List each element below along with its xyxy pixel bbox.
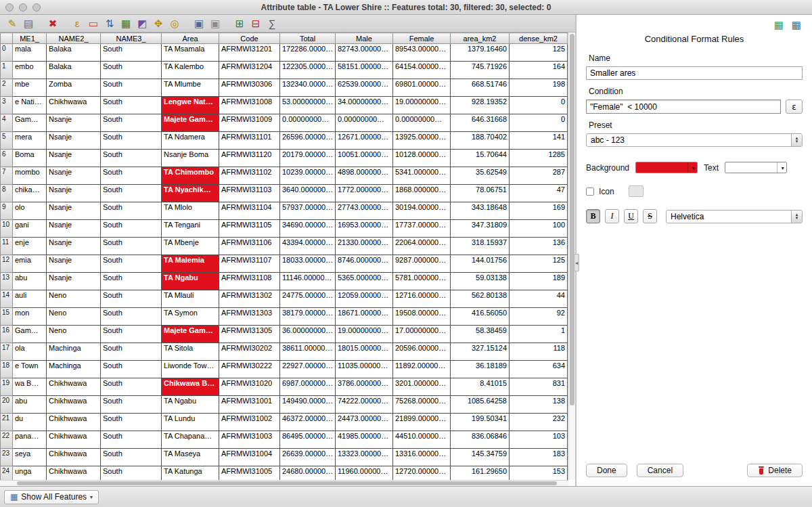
row-number[interactable]: 3 <box>1 97 13 114</box>
cell[interactable]: 18015.00000… <box>336 343 393 361</box>
delete-button[interactable]: Delete <box>747 464 803 477</box>
cell[interactable]: AFRMWI30202 <box>219 343 280 361</box>
cell[interactable]: 136 <box>510 238 568 255</box>
cell[interactable]: 19.00000000… <box>393 97 451 114</box>
cell[interactable]: 1868.000000… <box>393 185 451 202</box>
background-color-button[interactable]: ▼ <box>635 162 698 173</box>
cell[interactable]: South <box>101 431 162 449</box>
cell[interactable]: 26639.00000… <box>280 449 336 466</box>
field-calculator-icon[interactable]: ∑ <box>264 16 280 31</box>
done-button[interactable]: Done <box>586 464 627 477</box>
cell[interactable]: South <box>101 361 162 378</box>
row-number[interactable]: 21 <box>1 414 13 431</box>
cell[interactable]: 58151.00000… <box>336 62 393 79</box>
preset-select[interactable]: abc - 123 ▲▼ <box>586 133 803 147</box>
cell[interactable]: AFRMWI31106 <box>219 238 280 255</box>
row-number[interactable]: 17 <box>1 343 13 361</box>
cell[interactable]: South <box>101 150 162 167</box>
conditional-format-toggle-icon[interactable]: ▦ <box>792 19 801 31</box>
cell[interactable]: abu <box>13 396 47 414</box>
cell[interactable]: Neno <box>47 308 101 326</box>
cell[interactable]: 232 <box>510 414 568 431</box>
row-number[interactable]: 20 <box>1 396 13 414</box>
cell[interactable]: Chikhwawa <box>47 378 101 396</box>
cell[interactable]: 1085.64258 <box>451 396 510 414</box>
cell[interactable]: auli <box>13 290 47 308</box>
cell[interactable]: wa B… <box>13 378 47 396</box>
cell[interactable]: 188.70402 <box>451 132 510 150</box>
column-header-area-km2[interactable]: area_km2 <box>451 33 510 44</box>
cell[interactable]: 21899.00000… <box>393 414 451 431</box>
cell[interactable]: 125 <box>510 44 568 62</box>
cell[interactable]: 11892.00000… <box>393 361 451 378</box>
cell[interactable]: olo <box>13 202 47 220</box>
cell[interactable]: South <box>101 326 162 343</box>
expression-builder-button[interactable]: ε <box>786 100 803 114</box>
row-header-corner[interactable] <box>1 33 13 44</box>
cell[interactable]: Nsanje <box>47 220 101 238</box>
cell[interactable]: 82743.00000… <box>336 44 393 62</box>
cell[interactable]: South <box>101 308 162 326</box>
cell[interactable]: South <box>101 202 162 220</box>
cell[interactable]: 198 <box>510 79 568 97</box>
cell[interactable]: 38611.00000… <box>280 343 336 361</box>
horizontal-scrollbar-thumb[interactable] <box>17 481 557 485</box>
cell[interactable]: 199.50341 <box>451 414 510 431</box>
cell[interactable]: 86495.00000… <box>280 431 336 449</box>
cell[interactable]: 6987.000000… <box>280 378 336 396</box>
row-number[interactable]: 0 <box>1 44 13 62</box>
cell[interactable]: TA Symon <box>162 308 219 326</box>
cell[interactable]: 0.00000000… <box>336 114 393 132</box>
cell[interactable]: chika… <box>13 185 47 202</box>
cell[interactable]: Nsanje <box>47 167 101 185</box>
move-selection-to-top-icon[interactable]: ⇅ <box>102 16 118 31</box>
row-number[interactable]: 5 <box>1 132 13 150</box>
cell[interactable]: Nsanje <box>47 238 101 255</box>
cell[interactable]: Nsanje <box>47 185 101 202</box>
cell[interactable]: 36.18189 <box>451 361 510 378</box>
cell[interactable]: TA Mlauli <box>162 290 219 308</box>
cell[interactable]: 64154.00000… <box>393 62 451 79</box>
cell[interactable]: 145.34759 <box>451 449 510 466</box>
cell[interactable]: 12059.00000… <box>336 290 393 308</box>
cell[interactable]: 8746.000000… <box>336 255 393 273</box>
cell[interactable]: Zomba <box>47 79 101 97</box>
cell[interactable]: Majete Gam… <box>162 326 219 343</box>
cell[interactable]: 34.00000000… <box>336 97 393 114</box>
cell[interactable]: Neno <box>47 326 101 343</box>
cell[interactable]: 21330.00000… <box>336 238 393 255</box>
save-edits-icon[interactable]: ▤ <box>20 16 37 31</box>
cell[interactable]: 928.19352 <box>451 97 510 114</box>
cell[interactable]: mbe <box>13 79 47 97</box>
cell[interactable]: 3640.000000… <box>280 185 336 202</box>
cell[interactable]: 20179.00000… <box>280 150 336 167</box>
cell[interactable]: Majete Gam… <box>162 114 219 132</box>
cell[interactable]: 11146.00000… <box>280 273 336 290</box>
cell[interactable]: Chikhwawa <box>47 97 101 114</box>
paste-features-icon[interactable]: ▣ <box>207 16 223 31</box>
cell[interactable]: 831 <box>510 378 568 396</box>
cell[interactable]: AFRMWI31105 <box>219 220 280 238</box>
cell[interactable]: 11035.00000… <box>336 361 393 378</box>
cell[interactable]: 4898.000000… <box>336 167 393 185</box>
condition-input[interactable] <box>586 100 781 114</box>
cell[interactable]: AFRMWI31101 <box>219 132 280 150</box>
cell[interactable]: Nsanje <box>47 273 101 290</box>
row-number[interactable]: 10 <box>1 220 13 238</box>
cell[interactable]: 19508.00000… <box>393 308 451 326</box>
cell[interactable]: South <box>101 396 162 414</box>
cell[interactable]: 668.51746 <box>451 79 510 97</box>
cell[interactable]: 0.00000000… <box>280 114 336 132</box>
cell[interactable]: Boma <box>13 150 47 167</box>
cell[interactable]: Gam… <box>13 114 47 132</box>
select-by-expression-icon[interactable]: ε <box>69 16 85 31</box>
cell[interactable]: 10128.00000… <box>393 150 451 167</box>
cell[interactable]: Nsanje <box>47 255 101 273</box>
font-select[interactable]: Helvetica ▲▼ <box>666 210 803 223</box>
cell[interactable]: South <box>101 44 162 62</box>
cell[interactable]: TA Maseya <box>162 449 219 466</box>
cell[interactable]: 634 <box>510 361 568 378</box>
copy-selected-rows-icon[interactable]: ▣ <box>191 16 207 31</box>
cell[interactable]: 138 <box>510 396 568 414</box>
cell[interactable]: 47 <box>510 185 568 202</box>
